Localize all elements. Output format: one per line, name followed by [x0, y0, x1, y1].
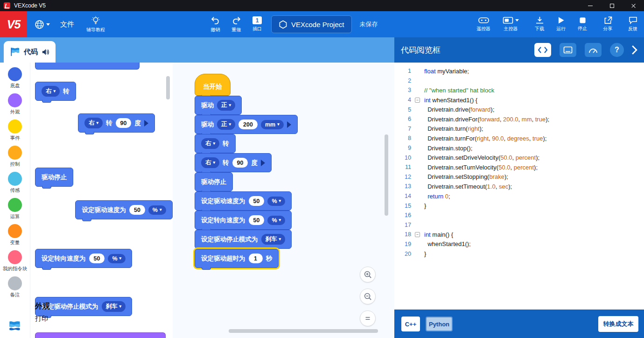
canvas-block-drive[interactable]: 驱动 正	[195, 96, 242, 115]
file-menu[interactable]: 文件	[60, 20, 74, 29]
language-cpp-button[interactable]: C++	[401, 317, 420, 331]
unit-dropdown[interactable]: mm	[261, 120, 284, 129]
undo-button[interactable]: 撤销	[209, 15, 222, 33]
palette-block-stop-driving[interactable]: 驱动停止	[35, 168, 73, 187]
mode-dropdown[interactable]: 刹车	[261, 234, 286, 245]
run-button[interactable]: 运行	[554, 16, 567, 32]
velocity-input[interactable]: 50	[129, 205, 145, 215]
unit-dropdown[interactable]: %	[148, 205, 166, 215]
palette-block-turn-for[interactable]: 右 转 90 度	[78, 113, 155, 133]
degrees-input[interactable]: 90	[232, 158, 248, 168]
velocity-input[interactable]: 50	[249, 215, 265, 225]
sidebar-category-底盘[interactable]: 底盘	[0, 67, 30, 89]
direction-dropdown[interactable]: 右	[42, 86, 60, 97]
convert-to-text-button[interactable]: 转换成文本	[598, 316, 638, 332]
sidebar-category-备注[interactable]: 备注	[0, 276, 30, 298]
block-text: 设定驱动停止模式为	[42, 303, 98, 311]
block-text: 转	[223, 140, 229, 148]
velocity-input[interactable]: 50	[89, 253, 105, 263]
category-label: 底盘	[10, 83, 20, 89]
sidebar-category-传感[interactable]: 传感	[0, 172, 30, 194]
expand-arrow-icon[interactable]	[287, 121, 291, 128]
tab-code[interactable]: 代码	[4, 41, 56, 63]
zoom-reset-button[interactable]	[360, 310, 376, 326]
velocity-input[interactable]: 50	[249, 196, 265, 206]
code-token: }	[424, 202, 426, 209]
code-token: main() {	[431, 231, 453, 238]
tutorials-button[interactable]: 辅导教程	[84, 16, 107, 33]
unit-dropdown[interactable]: %	[267, 216, 285, 225]
sidebar-category-变量[interactable]: 变量	[0, 224, 30, 246]
help-button[interactable]: ?	[610, 43, 624, 57]
direction-dropdown[interactable]: 右	[84, 118, 103, 128]
workspace-canvas[interactable]: 当开始 驱动 正 驱动 正 200 mm 右 转 右 转 90 度 驱动停止 设…	[173, 63, 394, 338]
unit-dropdown[interactable]: %	[267, 197, 285, 206]
feedback-button[interactable]: 反馈	[626, 16, 639, 32]
close-button[interactable]	[623, 0, 644, 11]
palette-block-set-drive-velocity[interactable]: 设定驱动速度为 50 %	[75, 200, 172, 219]
canvas-block-set-timeout[interactable]: 设定驱动超时为 1 秒	[195, 249, 279, 268]
slot-button[interactable]: 1 插口	[251, 16, 264, 32]
canvas-block-stop-driving[interactable]: 驱动停止	[195, 172, 233, 191]
canvas-block-set-turn-velocity[interactable]: 设定转向速度为 50 %	[195, 211, 292, 230]
direction-dropdown[interactable]: 右	[201, 157, 219, 168]
speaker-icon[interactable]	[42, 48, 49, 56]
canvas-vertical-scrollbar[interactable]	[385, 134, 388, 216]
mode-dropdown[interactable]: 刹车	[102, 301, 126, 312]
language-menu[interactable]	[35, 20, 50, 29]
vexcode-v5-logo[interactable]: V5	[0, 11, 27, 37]
sidebar-category-事件[interactable]: 事件	[0, 120, 30, 141]
stop-button[interactable]: 停止	[576, 17, 589, 32]
minimize-button[interactable]	[580, 0, 601, 11]
canvas-block-turn-for[interactable]: 右 转 90 度	[195, 153, 272, 172]
canvas-horizontal-scrollbar[interactable]	[229, 329, 378, 333]
project-name-field[interactable]: VEXcode Project	[271, 15, 352, 33]
canvas-block-set-stopping-mode[interactable]: 设定驱动停止模式为 刹车	[195, 230, 292, 249]
sidebar-category-控制[interactable]: 控制	[0, 146, 30, 168]
direction-dropdown[interactable]: 正	[217, 119, 235, 130]
language-python-button[interactable]: Python	[426, 317, 453, 331]
palette-scrollbar[interactable]	[166, 76, 170, 99]
download-button[interactable]: 下载	[533, 16, 546, 32]
code-line: 16	[394, 211, 644, 220]
sidebar-category-外观[interactable]: 外观	[0, 93, 30, 115]
fold-marker-icon[interactable]: −	[415, 98, 420, 103]
code-view-toggle-button[interactable]	[534, 43, 551, 57]
brain-button[interactable]: 主控器	[501, 16, 521, 32]
degrees-input[interactable]: 90	[116, 118, 132, 128]
sidebar-category-运算[interactable]: 运算	[0, 198, 30, 220]
expand-arrow-icon[interactable]	[144, 120, 148, 127]
canvas-block-when-started[interactable]: 当开始	[195, 74, 231, 96]
zoom-in-button[interactable]	[360, 267, 376, 282]
code-token: ,	[496, 183, 499, 190]
canvas-block-set-drive-velocity[interactable]: 设定驱动速度为 50 %	[195, 191, 292, 211]
sidebar-category-我的指令块[interactable]: 我的指令块	[0, 250, 30, 272]
blocks-icon[interactable]	[8, 319, 21, 333]
share-button[interactable]: 分享	[601, 16, 614, 32]
category-color-dot	[8, 224, 22, 238]
unit-dropdown[interactable]: %	[108, 254, 126, 263]
category-label: 事件	[10, 135, 20, 141]
fold-marker-icon[interactable]: −	[415, 232, 420, 237]
timeout-input[interactable]: 1	[249, 253, 263, 263]
redo-button[interactable]: 重做	[230, 15, 243, 33]
palette-block-turn[interactable]: 右 转	[35, 82, 76, 101]
device-view-button[interactable]	[560, 43, 576, 57]
zoom-out-button[interactable]	[360, 289, 376, 304]
controller-button[interactable]: 遥控器	[475, 16, 492, 32]
direction-dropdown[interactable]: 正	[217, 100, 235, 111]
distance-input[interactable]: 200	[238, 120, 258, 129]
canvas-block-turn[interactable]: 右 转	[195, 134, 236, 153]
block-text: 转	[106, 119, 112, 127]
palette-block-clipped-top[interactable]	[35, 63, 140, 70]
maximize-button[interactable]	[601, 0, 623, 11]
zoom-out-icon	[364, 292, 372, 301]
direction-dropdown[interactable]: 右	[201, 138, 219, 149]
expand-arrow-icon[interactable]	[261, 160, 265, 166]
code-token: }	[424, 250, 426, 257]
palette-block-set-turn-velocity[interactable]: 设定转向速度为 50 %	[35, 249, 132, 268]
canvas-block-drive-for[interactable]: 驱动 正 200 mm	[195, 115, 298, 134]
palette-block-clipped-bottom[interactable]	[35, 332, 166, 338]
dashboard-view-button[interactable]	[585, 43, 602, 57]
collapse-panel-button[interactable]	[631, 45, 637, 55]
